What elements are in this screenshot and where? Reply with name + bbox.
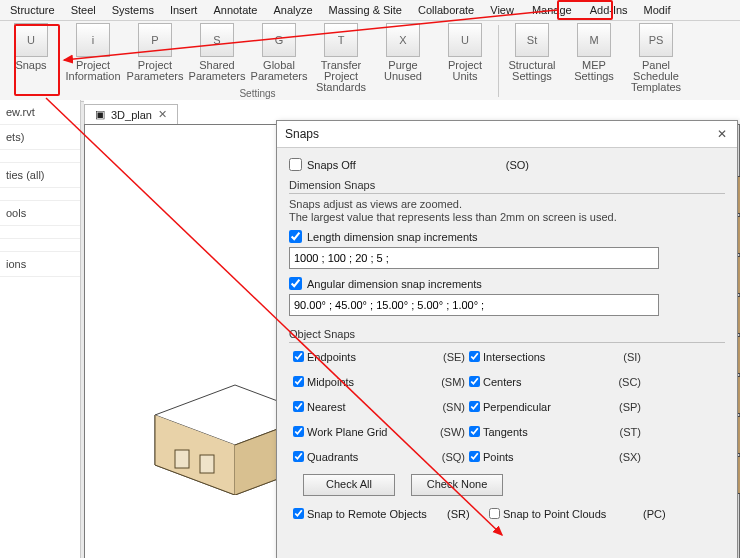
browser-item[interactable] — [0, 150, 80, 163]
ribbon-label: StructuralSettings — [508, 60, 555, 82]
snap-quadrants-checkbox[interactable] — [293, 450, 304, 463]
menu-view[interactable]: View — [482, 2, 522, 18]
snap-code: (SQ) — [427, 451, 465, 463]
snap-code: (SE) — [427, 351, 465, 363]
snaps-dialog: Snaps ✕ Snaps Off (SO) Dimension Snaps S… — [276, 120, 738, 558]
snap-label: Centers — [483, 376, 603, 388]
snap-nearest-checkbox[interactable] — [293, 400, 304, 413]
snap-code: (SN) — [427, 401, 465, 413]
snap-pointcloud-checkbox[interactable] — [489, 507, 500, 520]
cube-icon: ▣ — [95, 108, 105, 121]
snaps-off-label: Snaps Off — [307, 159, 356, 171]
svg-rect-2 — [175, 450, 189, 468]
snap-points-checkbox[interactable] — [469, 450, 480, 463]
snap-code: (SI) — [603, 351, 641, 363]
snap-intersections-checkbox[interactable] — [469, 350, 480, 363]
snap-code: (SP) — [603, 401, 641, 413]
tab-3d-plan[interactable]: ▣ 3D_plan ✕ — [84, 104, 178, 124]
help-line-2: The largest value that represents less t… — [289, 211, 725, 224]
dimension-snaps-group: Dimension Snaps — [289, 179, 725, 191]
menu-bar: Structure Steel Systems Insert Annotate … — [0, 0, 740, 21]
snap-code: (SC) — [603, 376, 641, 388]
snap-code: (SX) — [603, 451, 641, 463]
snaps-off-code: (SO) — [506, 159, 529, 171]
browser-item[interactable]: ew.rvt — [0, 100, 80, 125]
snap-endpoints-checkbox[interactable] — [293, 350, 304, 363]
help-line-1: Snaps adjust as views are zoomed. — [289, 198, 725, 211]
ribbon-label: Panel ScheduleTemplates — [625, 60, 687, 93]
length-snap-checkbox[interactable] — [289, 230, 302, 243]
snap-remote-code: (SR) — [447, 508, 485, 520]
browser-item[interactable]: ets) — [0, 125, 80, 150]
snap-remote-checkbox[interactable] — [293, 507, 304, 520]
check-none-button[interactable]: Check None — [411, 474, 503, 496]
ribbon-label: PurgeUnused — [384, 60, 422, 82]
ribbon-icon: X — [386, 23, 420, 57]
menu-annotate[interactable]: Annotate — [205, 2, 265, 18]
browser-item[interactable]: ions — [0, 252, 80, 277]
length-snap-label: Length dimension snap increments — [307, 231, 478, 243]
ribbon-panel-label: Settings — [0, 88, 515, 100]
menu-analyze[interactable]: Analyze — [265, 2, 320, 18]
snap-pointcloud-code: (PC) — [643, 508, 681, 520]
angular-snap-label: Angular dimension snap increments — [307, 278, 482, 290]
browser-item[interactable]: ools — [0, 201, 80, 226]
snap-label: Midpoints — [307, 376, 427, 388]
tab-label: 3D_plan — [111, 109, 152, 121]
snap-perpendicular-checkbox[interactable] — [469, 400, 480, 413]
highlight-snaps-button — [14, 24, 60, 96]
dialog-close-icon[interactable]: ✕ — [715, 127, 729, 141]
menu-systems[interactable]: Systems — [104, 2, 162, 18]
ribbon-label: ProjectInformation — [65, 60, 120, 82]
snap-centers-checkbox[interactable] — [469, 375, 480, 388]
snap-label: Perpendicular — [483, 401, 603, 413]
ribbon-label: MEPSettings — [574, 60, 614, 82]
snap-label: Work Plane Grid — [307, 426, 427, 438]
browser-item[interactable] — [0, 239, 80, 252]
snap-code: (ST) — [603, 426, 641, 438]
browser-item[interactable] — [0, 226, 80, 239]
snap-label: Nearest — [307, 401, 427, 413]
snap-remote-label: Snap to Remote Objects — [307, 508, 447, 520]
snap-label: Quadrants — [307, 451, 427, 463]
snap-code: (SM) — [427, 376, 465, 388]
ribbon-icon: PS — [639, 23, 673, 57]
close-icon[interactable]: ✕ — [158, 108, 167, 121]
ribbon-icon: P — [138, 23, 172, 57]
menu-massing-site[interactable]: Massing & Site — [321, 2, 410, 18]
snaps-off-checkbox[interactable] — [289, 158, 302, 171]
project-browser[interactable]: ew.rvtets)ties (all)oolsions — [0, 100, 81, 558]
ribbon-icon: M — [577, 23, 611, 57]
snap-label: Points — [483, 451, 603, 463]
svg-rect-3 — [200, 455, 214, 473]
ribbon-label: ProjectUnits — [448, 60, 482, 82]
object-snaps-group: Object Snaps — [289, 328, 725, 340]
ribbon-panel-schedule[interactable]: PS Panel ScheduleTemplates — [625, 21, 687, 101]
check-all-button[interactable]: Check All — [303, 474, 395, 496]
browser-item[interactable]: ties (all) — [0, 163, 80, 188]
ribbon-mep[interactable]: M MEPSettings — [563, 21, 625, 101]
menu-steel[interactable]: Steel — [63, 2, 104, 18]
menu-insert[interactable]: Insert — [162, 2, 206, 18]
length-snap-input[interactable] — [289, 247, 659, 269]
angular-snap-checkbox[interactable] — [289, 277, 302, 290]
menu-collaborate[interactable]: Collaborate — [410, 2, 482, 18]
browser-item[interactable] — [0, 188, 80, 201]
menu-modify[interactable]: Modif — [636, 2, 679, 18]
ribbon-icon: St — [515, 23, 549, 57]
snap-pointcloud-label: Snap to Point Clouds — [503, 508, 643, 520]
snap-label: Endpoints — [307, 351, 427, 363]
snap-label: Tangents — [483, 426, 603, 438]
ribbon-icon: S — [200, 23, 234, 57]
snap-midpoints-checkbox[interactable] — [293, 375, 304, 388]
angular-snap-input[interactable] — [289, 294, 659, 316]
snap-tangents-checkbox[interactable] — [469, 425, 480, 438]
snap-label: Intersections — [483, 351, 603, 363]
highlight-manage-tab — [557, 0, 613, 20]
snap-work-plane-grid-checkbox[interactable] — [293, 425, 304, 438]
ribbon-icon: U — [448, 23, 482, 57]
menu-structure[interactable]: Structure — [2, 2, 63, 18]
ribbon-icon: i — [76, 23, 110, 57]
ribbon-label: GlobalParameters — [251, 60, 308, 82]
dialog-title: Snaps — [285, 127, 319, 141]
